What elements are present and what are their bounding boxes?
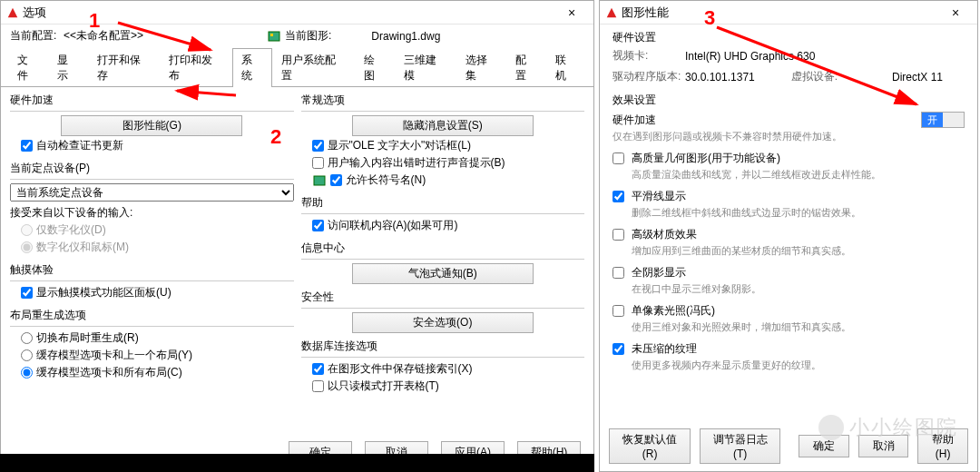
- group-touch-title: 触摸体验: [10, 262, 294, 278]
- beep-on-error-checkbox[interactable]: [312, 157, 324, 169]
- drawing-icon: [267, 29, 281, 44]
- readonly-tables-label: 以只读模式打开表格(T): [328, 379, 439, 394]
- annotation-number-3: 3: [704, 6, 715, 30]
- svg-rect-1: [269, 32, 279, 41]
- cache-model-last-label: 缓存模型选项卡和上一个布局(Y): [36, 348, 192, 363]
- regen-switch-label: 切换布局时重生成(R): [36, 330, 139, 346]
- tab-display[interactable]: 显示: [48, 48, 88, 87]
- group-touch: 触摸体验 显示触摸模式功能区面板(U): [10, 262, 294, 302]
- group-pointing-device-title: 当前定点设备(P): [10, 161, 294, 176]
- effect-option-4: 单像素光照(冯氏)使用三维对象和光照效果时，增加细节和真实感。: [612, 303, 965, 334]
- current-drawing-value: Drawing1.dwg: [371, 30, 440, 43]
- effects-options-list: 高质量几何图形(用于功能设备)高质量渲染曲线和线宽，并以二维线框改进反走样性能。…: [612, 151, 965, 372]
- group-info-center-title: 信息中心: [301, 241, 585, 256]
- dialog-title: 选项: [23, 5, 46, 21]
- app-logo-icon: [605, 6, 618, 19]
- hidden-msg-settings-button[interactable]: 隐藏消息设置(S): [352, 115, 534, 136]
- save-link-index-label: 在图形文件中保存链接索引(X): [328, 361, 473, 377]
- auto-check-cert-label: 自动检查证书更新: [36, 138, 123, 153]
- security-options-button[interactable]: 安全选项(O): [352, 312, 534, 333]
- digitizer-mouse-label: 数字化仪和鼠标(M): [36, 240, 129, 255]
- tab-user-prefs[interactable]: 用户系统配置: [272, 48, 355, 87]
- digitizer-only-radio: [21, 224, 33, 236]
- virtual-device-value: DirectX 11: [892, 71, 965, 84]
- group-layout-regen-title: 布局重生成选项: [10, 308, 294, 323]
- cache-model-all-radio[interactable]: [21, 367, 33, 379]
- online-content-checkbox[interactable]: [312, 220, 324, 231]
- restore-defaults-button[interactable]: 恢复默认值(R): [609, 428, 691, 464]
- tab-print-publish[interactable]: 打印和发布: [160, 48, 232, 87]
- group-help: 帮助 访问联机内容(A)(如果可用): [301, 195, 585, 235]
- group-help-title: 帮助: [301, 195, 585, 211]
- ole-text-size-label: 显示"OLE 文字大小"对话框(L): [328, 138, 472, 153]
- effect-option-title-1: 平滑线显示: [632, 189, 965, 204]
- cache-model-all-label: 缓存模型选项卡和所有布局(C): [36, 365, 182, 380]
- effect-option-desc-1: 删除二维线框中斜线和曲线式边显示时的锯齿效果。: [632, 206, 965, 220]
- hw-accel-toggle[interactable]: 开: [921, 112, 965, 128]
- tabs-bar: 文件 显示 打开和保存 打印和发布 系统 用户系统配置 绘图 三维建模 选择集 …: [1, 47, 593, 87]
- effect-option-checkbox-0[interactable]: [612, 152, 624, 164]
- group-general: 常规选项 隐藏消息设置(S) 显示"OLE 文字大小"对话框(L) 用户输入内容…: [301, 93, 585, 190]
- help-button-right[interactable]: 帮助(H): [917, 428, 968, 464]
- effect-option-checkbox-3[interactable]: [612, 267, 624, 279]
- driver-value: 30.0.101.1371: [685, 71, 755, 84]
- balloon-notify-button[interactable]: 气泡式通知(B): [352, 263, 534, 284]
- driver-label: 驱动程序版本:: [612, 69, 685, 84]
- touch-mode-panel-checkbox[interactable]: [21, 287, 33, 299]
- effect-option-checkbox-2[interactable]: [612, 229, 624, 241]
- effect-option-title-2: 高级材质效果: [632, 227, 965, 242]
- tab-selection[interactable]: 选择集: [456, 48, 507, 87]
- tab-online[interactable]: 联机: [546, 48, 586, 87]
- driver-row: 驱动程序版本: 30.0.101.1371 虚拟设备: DirectX 11: [600, 66, 977, 87]
- tab-3d-modeling[interactable]: 三维建模: [395, 48, 456, 87]
- svg-marker-4: [607, 7, 617, 17]
- close-button-right[interactable]: ×: [939, 4, 972, 22]
- cache-model-last-radio[interactable]: [21, 349, 33, 361]
- effect-option-desc-2: 增加应用到三维曲面的某些材质的细节和真实感。: [632, 244, 965, 258]
- readonly-tables-checkbox[interactable]: [312, 380, 324, 392]
- effect-option-0: 高质量几何图形(用于功能设备)高质量渲染曲线和线宽，并以二维线框改进反走样性能。: [612, 151, 965, 182]
- effect-option-desc-4: 使用三维对象和光照效果时，增加细节和真实感。: [632, 320, 965, 334]
- effect-option-2: 高级材质效果增加应用到三维曲面的某些材质的细节和真实感。: [612, 227, 965, 258]
- close-button-left[interactable]: ×: [555, 4, 588, 22]
- save-link-index-checkbox[interactable]: [312, 363, 324, 375]
- effect-option-title-4: 单像素光照(冯氏): [632, 303, 965, 319]
- hw-accel-desc: 仅在遇到图形问题或视频卡不兼容时禁用硬件加速。: [612, 130, 965, 143]
- tuner-log-button[interactable]: 调节器日志(T): [700, 428, 780, 464]
- ole-text-size-checkbox[interactable]: [312, 140, 324, 152]
- tab-drafting[interactable]: 绘图: [355, 48, 395, 87]
- cancel-button-right[interactable]: 取消: [858, 435, 909, 457]
- tab-open-save[interactable]: 打开和保存: [88, 48, 161, 87]
- group-layout-regen: 布局重生成选项 切换布局时重生成(R) 缓存模型选项卡和上一个布局(Y) 缓存模…: [10, 308, 294, 382]
- effect-option-3: 全阴影显示在视口中显示三维对象阴影。: [612, 265, 965, 296]
- titlebar-right: 图形性能 ×: [600, 1, 977, 25]
- tab-system[interactable]: 系统: [232, 48, 272, 87]
- digitizer-mouse-radio: [21, 241, 33, 253]
- regen-switch-radio[interactable]: [21, 332, 33, 344]
- graphics-performance-dialog: 图形性能 × 硬件设置 视频卡: Intel(R) UHD Graphics 6…: [599, 0, 978, 472]
- drawing-flag-icon: [312, 173, 327, 188]
- app-logo-icon: [6, 6, 19, 19]
- tab-file[interactable]: 文件: [8, 48, 48, 87]
- graphics-performance-button[interactable]: 图形性能(G): [61, 115, 242, 136]
- tab-profiles[interactable]: 配置: [506, 48, 546, 87]
- auto-check-cert-checkbox[interactable]: [21, 140, 33, 152]
- group-db-link: 数据库连接选项 在图形文件中保存链接索引(X) 以只读模式打开表格(T): [301, 339, 585, 396]
- effect-option-desc-0: 高质量渲染曲线和线宽，并以二维线框改进反走样性能。: [632, 168, 965, 182]
- gpu-row: 视频卡: Intel(R) UHD Graphics 630: [600, 45, 977, 66]
- effect-option-checkbox-1[interactable]: [612, 191, 624, 202]
- svg-marker-0: [8, 7, 18, 17]
- effect-option-checkbox-4[interactable]: [612, 305, 624, 317]
- group-general-title: 常规选项: [301, 93, 585, 108]
- effect-option-desc-3: 在视口中显示三维对象阴影。: [632, 282, 965, 296]
- group-pointing-device: 当前定点设备(P) 当前系统定点设备 接受来自以下设备的输入: 仅数字化仪(D)…: [10, 161, 294, 257]
- pointing-device-select[interactable]: 当前系统定点设备: [10, 183, 294, 202]
- long-symbol-names-checkbox[interactable]: [330, 174, 342, 186]
- ok-button-right[interactable]: 确定: [799, 435, 849, 457]
- right-column: 常规选项 隐藏消息设置(S) 显示"OLE 文字大小"对话框(L) 用户输入内容…: [301, 93, 585, 396]
- long-symbol-names-label: 允许长符号名(N): [346, 172, 426, 188]
- effect-option-checkbox-5[interactable]: [612, 343, 624, 355]
- svg-rect-2: [270, 34, 273, 36]
- effects-section-title: 效果设置: [612, 93, 965, 108]
- group-db-link-title: 数据库连接选项: [301, 339, 585, 354]
